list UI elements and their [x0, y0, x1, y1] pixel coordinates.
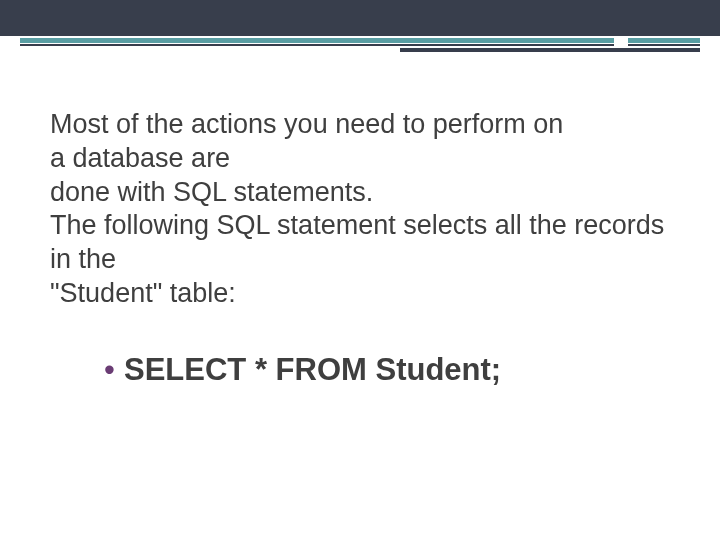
divider-teal: [20, 38, 700, 43]
bullet-item-sql: SELECT * FROM Student;: [124, 351, 670, 388]
slide-content: Most of the actions you need to perform …: [50, 108, 670, 388]
slide: Most of the actions you need to perform …: [0, 0, 720, 540]
body-paragraph: Most of the actions you need to perform …: [50, 108, 670, 311]
divider-dark: [20, 44, 700, 46]
divider-dark-right: [400, 48, 700, 52]
divider-notch: [614, 38, 628, 47]
top-band-dark: [0, 0, 720, 36]
bullet-list: SELECT * FROM Student;: [50, 351, 670, 388]
